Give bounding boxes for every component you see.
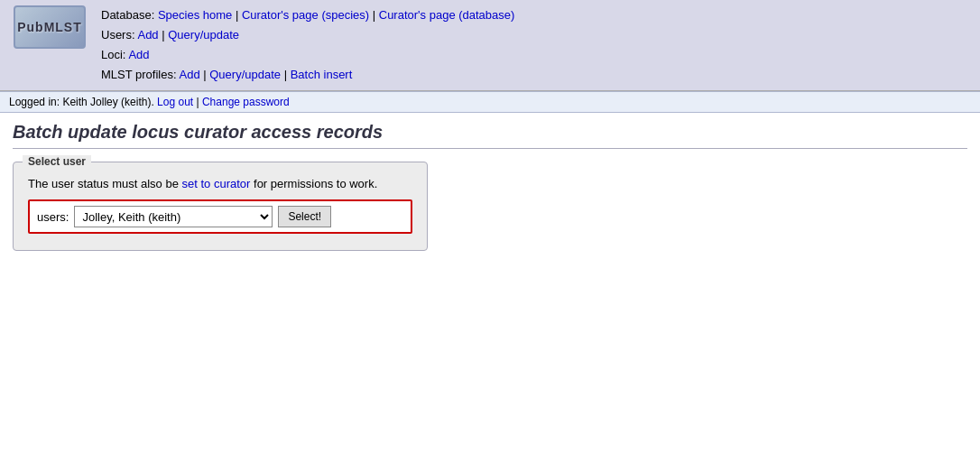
users-add-link[interactable]: Add <box>137 28 158 42</box>
users-field-label: users: <box>37 210 69 224</box>
select-user-message: The user status must also be set to cura… <box>28 177 412 190</box>
set-to-curator-link[interactable]: set to curator <box>182 177 251 190</box>
loci-label: Loci: <box>101 48 125 61</box>
database-nav-row: Database: Species home | Curator's page … <box>101 5 514 25</box>
change-password-link[interactable]: Change password <box>202 96 290 108</box>
loci-nav-row: Loci: Add <box>101 45 514 65</box>
main-content: Batch update locus curator access record… <box>0 113 980 260</box>
users-label: Users: <box>101 28 135 42</box>
nav-links: Database: Species home | Curator's page … <box>101 5 514 85</box>
mlst-query-update-link[interactable]: Query/update <box>209 68 281 81</box>
logout-link[interactable]: Log out <box>157 96 193 108</box>
select-user-panel: Select user The user status must also be… <box>13 162 428 251</box>
users-nav-row: Users: Add | Query/update <box>101 25 514 45</box>
database-label: Database: <box>101 8 154 22</box>
mlst-label: MLST profiles: <box>101 68 177 81</box>
pubmlst-logo: PubMLST <box>14 5 86 49</box>
mlst-batch-insert-link[interactable]: Batch insert <box>291 68 353 81</box>
loci-add-link[interactable]: Add <box>128 48 149 61</box>
logo-area: PubMLST <box>9 5 90 49</box>
curators-page-database-link[interactable]: Curator's page (database) <box>379 8 515 22</box>
mlst-nav-row: MLST profiles: Add | Query/update | Batc… <box>101 65 514 85</box>
select-button[interactable]: Select! <box>278 206 331 227</box>
users-query-update-link[interactable]: Query/update <box>168 28 239 42</box>
page-title: Batch update locus curator access record… <box>13 122 967 149</box>
species-home-link[interactable]: Species home <box>158 8 232 22</box>
mlst-add-link[interactable]: Add <box>179 68 199 81</box>
login-bar: Logged in: Keith Jolley (keith). Log out… <box>0 91 980 113</box>
user-dropdown[interactable]: Jolley, Keith (keith) <box>74 206 273 227</box>
curators-page-species-link[interactable]: Curator's page (species) <box>242 8 369 22</box>
header: PubMLST Database: Species home | Curator… <box>0 0 980 91</box>
user-select-row: users: Jolley, Keith (keith) Select! <box>28 199 412 234</box>
select-user-legend: Select user <box>23 155 91 168</box>
logged-in-text: Logged in: Keith Jolley (keith). <box>9 96 154 108</box>
